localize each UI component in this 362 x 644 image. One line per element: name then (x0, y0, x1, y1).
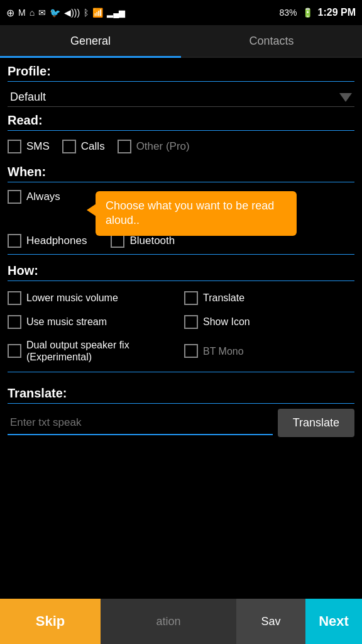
when-bluetooth-checkbox[interactable] (111, 234, 124, 248)
how-lower-music-label: Lower music volume (26, 292, 118, 304)
how-bt-mono-label: BT Mono (203, 345, 244, 357)
profile-default: Default (10, 91, 46, 104)
read-sms-label: SMS (26, 140, 50, 153)
divider-when-how (8, 254, 354, 255)
translate-input[interactable] (8, 411, 273, 435)
speaker-icon: ◀))) (64, 8, 80, 18)
how-translate-checkbox[interactable] (184, 291, 198, 305)
when-always-checkbox[interactable] (8, 190, 21, 204)
status-icons: ⊕ M ⌂ ✉ 🐦 ◀))) ᛒ 📶 ▂▄▆ (6, 7, 125, 19)
sms-icon: ✉ (38, 8, 46, 18)
how-dual-output-item: Dual output speaker fix (Experimental) (8, 335, 178, 367)
when-always-label: Always (26, 191, 60, 203)
how-music-stream-item: Use music stream (8, 311, 178, 333)
wifi-icon: 📶 (92, 8, 103, 18)
read-options-row: SMS Calls Other (Pro) (8, 135, 354, 158)
how-header: How: (8, 257, 354, 281)
profile-value-row[interactable]: Default (8, 86, 354, 107)
how-show-icon-label: Show Icon (203, 316, 250, 328)
translate-button[interactable]: Translate (278, 409, 354, 437)
next-button[interactable]: Next (305, 599, 362, 644)
how-show-icon-checkbox[interactable] (184, 315, 198, 329)
translate-header: Translate: (8, 380, 354, 404)
how-bt-mono-checkbox[interactable] (184, 344, 198, 358)
tab-contacts[interactable]: Contacts (181, 25, 362, 57)
main-content: Profile: Default Read: SMS Calls Other (… (0, 58, 362, 442)
bluetooth-icon: ᛒ (84, 8, 89, 18)
read-sms-checkbox[interactable] (8, 140, 21, 153)
bottom-bar: Skip ation Sav Next (0, 599, 362, 644)
home-icon: ⌂ (30, 8, 35, 18)
save-button[interactable]: Sav (236, 599, 305, 644)
how-show-icon-item: Show Icon (184, 311, 354, 333)
dropdown-arrow-icon (339, 93, 352, 102)
read-sms-group: SMS (8, 140, 50, 153)
time-display: 1:29 PM (318, 7, 356, 18)
read-calls-checkbox[interactable] (62, 140, 76, 153)
when-bluetooth-label: Bluetooth (129, 235, 175, 247)
how-lower-music-checkbox[interactable] (8, 291, 21, 305)
status-bar: ⊕ M ⌂ ✉ 🐦 ◀))) ᛒ 📶 ▂▄▆ 83% 🔋 1:29 PM (0, 0, 362, 25)
how-dual-output-label: Dual output speaker fix (Experimental) (26, 339, 178, 363)
translate-section: Translate: Translate (8, 375, 354, 442)
how-dual-output-checkbox[interactable] (8, 344, 21, 358)
translate-input-row: Translate (8, 409, 354, 437)
read-other-group: Other (Pro) (118, 140, 190, 153)
when-headphones-checkbox[interactable] (8, 234, 21, 248)
middle-area: ation (101, 599, 236, 644)
read-header: Read: (8, 107, 354, 131)
read-other-checkbox[interactable] (118, 140, 131, 153)
battery-level: 83% (280, 8, 297, 18)
signal-icon: ▂▄▆ (107, 8, 125, 18)
how-options-grid: Lower music volume Translate Use music s… (8, 285, 354, 369)
how-translate-item: Translate (184, 287, 354, 309)
gmail-icon: M (18, 8, 26, 18)
when-row: Always Choose what you want to be read a… (8, 186, 354, 208)
how-bt-mono-item: BT Mono (184, 335, 354, 367)
read-aloud-tooltip: Choose what you want to be read aloud.. (96, 191, 297, 236)
battery-icon: 🔋 (302, 8, 313, 18)
middle-text: ation (156, 615, 180, 628)
when-headphones-label: Headphones (26, 235, 87, 247)
how-translate-label: Translate (203, 292, 244, 304)
add-icon: ⊕ (6, 7, 14, 19)
divider-how-translate (8, 372, 354, 372)
twitter-icon: 🐦 (50, 8, 60, 18)
profile-header: Profile: (8, 58, 354, 82)
how-music-stream-label: Use music stream (26, 316, 107, 328)
tab-bar: General Contacts (0, 25, 362, 58)
how-music-stream-checkbox[interactable] (8, 315, 21, 329)
read-calls-group: Calls (62, 140, 105, 153)
read-other-label: Other (Pro) (136, 140, 190, 153)
when-header: When: (8, 158, 354, 182)
read-calls-label: Calls (81, 140, 105, 153)
tab-general[interactable]: General (0, 25, 181, 57)
how-lower-music-item: Lower music volume (8, 287, 178, 309)
skip-button[interactable]: Skip (0, 599, 101, 644)
